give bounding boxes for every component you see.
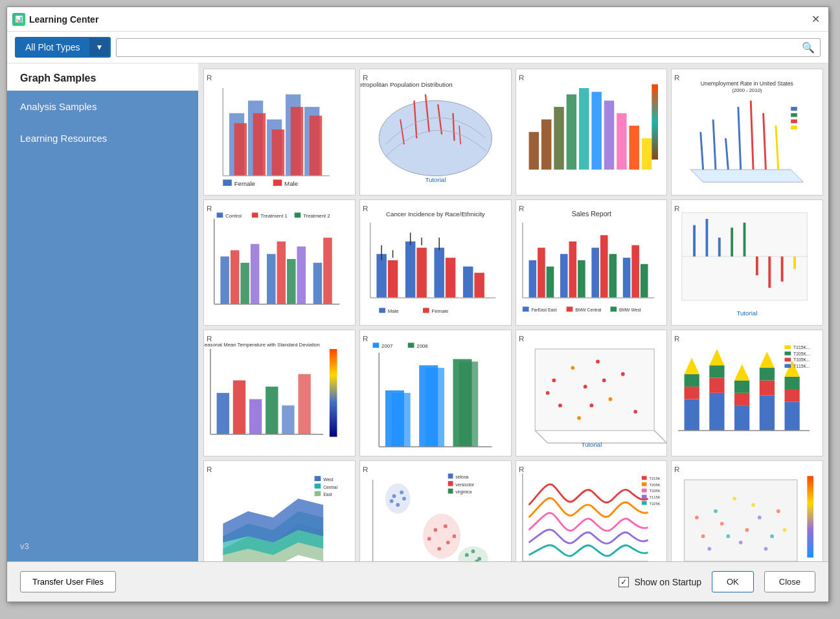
svg-text:Central: Central — [323, 484, 337, 489]
svg-text:East: East — [323, 492, 332, 497]
svg-marker-174 — [685, 358, 699, 374]
svg-text:R: R — [674, 335, 679, 343]
svg-text:BMW West: BMW West — [619, 308, 641, 312]
svg-rect-180 — [734, 393, 749, 405]
chart-cell-16[interactable]: R — [671, 460, 823, 561]
chart-cell-12[interactable]: R — [671, 330, 823, 456]
svg-point-260 — [727, 534, 731, 538]
svg-line-42 — [701, 132, 703, 170]
show-on-startup-checkbox[interactable]: ✓ — [619, 577, 629, 587]
sidebar-item-analysis-samples[interactable]: Analysis Samples — [7, 91, 198, 122]
svg-rect-192 — [785, 345, 791, 349]
svg-text:R: R — [674, 465, 679, 473]
chart-cell-10[interactable]: R 2007 2008 — [359, 330, 512, 456]
svg-rect-113 — [610, 306, 617, 311]
chart-cell-3[interactable]: R — [516, 69, 668, 196]
svg-rect-6 — [234, 123, 247, 175]
svg-rect-64 — [267, 254, 276, 304]
svg-text:R: R — [207, 465, 212, 473]
svg-rect-140 — [372, 343, 379, 348]
svg-text:R: R — [674, 73, 679, 82]
show-on-startup-container: ✓ Show on Startup — [619, 577, 701, 587]
svg-text:R: R — [363, 335, 368, 343]
svg-point-263 — [695, 515, 699, 519]
plot-type-dropdown[interactable]: All Plot Types ▼ — [15, 37, 111, 58]
chart-grid: R — [203, 69, 823, 561]
svg-rect-74 — [376, 254, 386, 298]
svg-text:T335K: T335K — [649, 489, 660, 493]
chart-cell-14[interactable]: R — [359, 460, 512, 561]
svg-point-162 — [633, 410, 637, 414]
graph-samples-label[interactable]: Graph Samples — [7, 63, 198, 91]
chart-cell-13[interactable]: R West — [203, 460, 356, 561]
svg-rect-34 — [604, 100, 613, 169]
title-bar-left: 📊 Learning Center — [12, 13, 98, 26]
chart-cell-6[interactable]: R Cancer Incidence by Race/Ethnicity — [359, 199, 512, 326]
svg-rect-101 — [591, 247, 599, 297]
chart-cell-2[interactable]: R US Metropolitan Population Distributio… — [359, 69, 512, 196]
svg-marker-182 — [734, 365, 749, 381]
svg-rect-78 — [405, 242, 415, 298]
svg-rect-172 — [685, 387, 699, 399]
svg-text:Female: Female — [431, 308, 448, 314]
svg-rect-51 — [791, 119, 797, 123]
svg-text:BMW Central: BMW Central — [575, 308, 602, 312]
svg-text:Male: Male — [388, 308, 399, 314]
chart-grid-panel[interactable]: R — [198, 63, 828, 561]
svg-text:T335K...: T335K... — [793, 358, 810, 363]
svg-text:R: R — [363, 204, 368, 212]
svg-text:T205K: T205K — [649, 483, 660, 487]
svg-text:R: R — [519, 335, 524, 343]
search-input[interactable] — [122, 39, 802, 56]
chart-cell-5[interactable]: R Control Treatment 1 Treatment 2 — [203, 199, 356, 326]
svg-rect-171 — [685, 400, 699, 431]
svg-point-158 — [583, 385, 587, 388]
ok-button[interactable]: OK — [712, 571, 754, 592]
svg-rect-91 — [423, 308, 429, 313]
svg-point-211 — [396, 503, 400, 507]
chart-cell-9[interactable]: R Seasonal Mean Temperature with Standar… — [203, 330, 356, 456]
svg-rect-10 — [310, 116, 322, 176]
svg-point-212 — [389, 499, 393, 503]
svg-point-254 — [770, 534, 774, 538]
sidebar-item-learning-resources[interactable]: Learning Resources — [7, 122, 198, 154]
svg-rect-97 — [546, 266, 554, 297]
svg-point-161 — [620, 372, 624, 376]
chart-cell-11[interactable]: R — [516, 330, 668, 456]
chart-cell-8[interactable]: R — [671, 199, 823, 326]
svg-point-253 — [714, 509, 718, 513]
window-close-button[interactable]: ✕ — [808, 12, 823, 27]
svg-rect-205 — [315, 491, 321, 496]
svg-rect-31 — [566, 95, 576, 170]
svg-rect-75 — [388, 260, 398, 298]
svg-text:Cancer Incidence by Race/Ethni: Cancer Incidence by Race/Ethnicity — [386, 210, 485, 218]
svg-rect-61 — [231, 250, 240, 304]
transfer-user-files-button[interactable]: Transfer User Files — [20, 571, 116, 592]
svg-rect-188 — [785, 389, 800, 401]
svg-rect-203 — [315, 484, 321, 489]
svg-rect-104 — [622, 258, 630, 298]
svg-rect-177 — [710, 365, 725, 377]
svg-rect-58 — [295, 212, 301, 218]
chart-cell-7[interactable]: R Sales Report — [516, 199, 668, 326]
svg-point-251 — [739, 541, 743, 545]
svg-text:FarEast East: FarEast East — [531, 308, 556, 312]
dropdown-arrow-button[interactable]: ▼ — [89, 38, 110, 56]
footer: Transfer User Files ✓ Show on Startup OK… — [7, 561, 828, 602]
svg-marker-186 — [760, 352, 775, 368]
svg-rect-95 — [528, 260, 536, 298]
chart-cell-1[interactable]: R — [203, 69, 356, 196]
svg-rect-67 — [297, 246, 306, 304]
svg-rect-66 — [287, 259, 296, 304]
svg-rect-109 — [522, 306, 528, 311]
svg-rect-56 — [252, 212, 258, 218]
window-title: Learning Center — [29, 14, 98, 25]
svg-rect-198 — [785, 365, 791, 368]
svg-rect-63 — [251, 243, 260, 304]
chart-cell-15[interactable]: R — [516, 460, 668, 561]
search-bar[interactable]: 🔍 — [116, 38, 821, 57]
close-button[interactable]: Close — [764, 571, 815, 592]
chart-cell-4[interactable]: R Unemployment Rate in United States (20… — [671, 69, 823, 196]
search-button[interactable]: 🔍 — [802, 41, 815, 54]
svg-line-45 — [738, 107, 741, 170]
